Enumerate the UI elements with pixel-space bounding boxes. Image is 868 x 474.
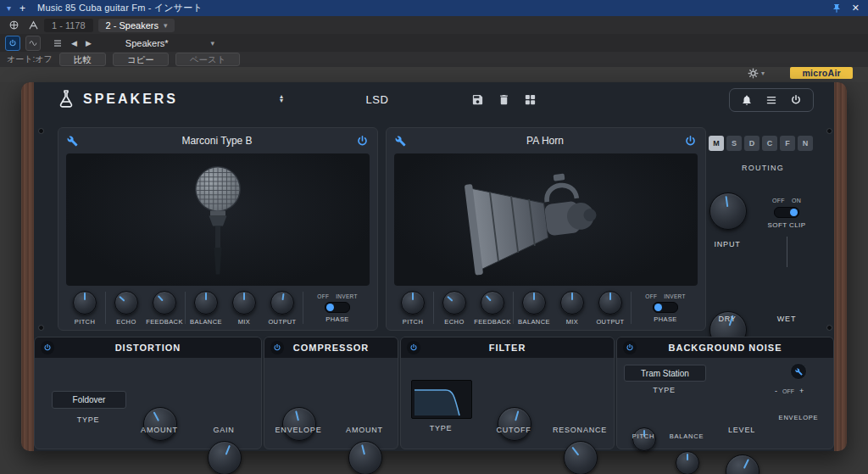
preset-next-button[interactable]: ▶ — [86, 39, 92, 47]
envelope-minus-button[interactable]: - — [775, 387, 777, 395]
distortion-power-button[interactable] — [41, 341, 54, 354]
tab-current-plugin[interactable]: 2 - Speakers ▾ — [98, 19, 175, 32]
add-button[interactable]: + — [19, 3, 25, 14]
routing-button-d[interactable]: D — [744, 136, 760, 151]
filter-resonance-knob[interactable] — [564, 441, 598, 474]
output-knob[interactable] — [598, 291, 622, 315]
knob-label: OUTPUT — [268, 318, 296, 326]
speaker-title: PA Horn — [406, 135, 684, 147]
routing-button-m[interactable]: M — [709, 136, 724, 151]
feedback-knob[interactable] — [481, 291, 504, 315]
distortion-gain-knob[interactable] — [208, 441, 242, 474]
divider — [303, 292, 303, 324]
routing-button-s[interactable]: S — [726, 136, 742, 151]
screw-icon — [826, 128, 832, 134]
automation-mode[interactable]: オート:オフ — [7, 53, 53, 65]
mix-knob[interactable] — [232, 291, 256, 315]
speaker-module-2: PA Horn — [386, 127, 706, 331]
phase-toggle[interactable] — [653, 302, 678, 313]
echo-knob[interactable] — [114, 291, 138, 315]
input-label: INPUT — [706, 240, 748, 248]
divider — [631, 292, 632, 324]
compare-button[interactable]: 比較 — [59, 53, 106, 66]
compressor-envelope-knob[interactable] — [282, 407, 316, 441]
save-preset-icon[interactable] — [471, 93, 484, 106]
plugin-power-icon[interactable] — [790, 94, 802, 106]
wet-label: WET — [765, 315, 808, 323]
paste-button[interactable]: ペースト — [175, 53, 241, 66]
pin-icon[interactable] — [832, 3, 842, 14]
knob-label: ECHO — [116, 318, 136, 326]
notifications-bell-icon[interactable] — [741, 94, 753, 106]
pitch-knob[interactable] — [401, 291, 425, 315]
soft-clip-toggle[interactable] — [774, 207, 799, 218]
preset-spinner[interactable]: ▴ ▾ — [280, 95, 283, 103]
knob-label: BALANCE — [518, 318, 550, 326]
random-preset-icon[interactable] — [524, 93, 537, 106]
menu-icon[interactable] — [765, 94, 777, 106]
link-icon[interactable] — [8, 20, 19, 31]
preset-selector-label: Speakers* — [125, 38, 169, 48]
knob-row: PITCH ECHO FEEDBACK BALANCE MIX OUTPUT O… — [387, 286, 705, 330]
close-button[interactable]: ✕ — [852, 3, 860, 14]
noise-type-select[interactable]: Tram Station — [624, 365, 706, 382]
echo-knob[interactable] — [442, 291, 466, 315]
filter-cutoff-knob[interactable] — [498, 407, 531, 441]
preset-name-field[interactable]: LSD — [297, 93, 458, 106]
chevron-down-icon: ▾ — [164, 21, 168, 30]
routing-button-f[interactable]: F — [780, 136, 795, 151]
balance-knob[interactable] — [522, 291, 546, 315]
distortion-type-select[interactable]: Foldover — [52, 391, 126, 409]
preset-selector[interactable]: Speakers* ▾ — [125, 38, 214, 48]
divider — [433, 292, 434, 324]
knob-label: MIX — [238, 318, 251, 326]
window-title: Music 85 Cuba guitar Fm - インサート — [37, 2, 203, 14]
output-knob[interactable] — [270, 291, 294, 315]
phase-toggle[interactable] — [325, 302, 350, 313]
phase-off-label: OFF — [645, 293, 657, 299]
distortion-gain-label: GAIN — [198, 426, 249, 434]
compressor-title: COMPRESSOR — [293, 343, 369, 353]
preset-prev-button[interactable]: ◀ — [71, 39, 77, 47]
preset-list-icon[interactable] — [53, 38, 63, 48]
tab-prev-plugin[interactable]: 1 - 1178 — [44, 19, 93, 32]
screw-icon — [38, 128, 44, 134]
module-power-icon[interactable] — [356, 135, 369, 148]
compressor-envelope-label: ENVELOPE — [271, 426, 326, 434]
collapse-chevron-icon[interactable]: ▾ — [7, 3, 11, 13]
filter-type-display[interactable] — [411, 380, 472, 419]
plugin-header: SPEAKERS ▴ ▾ LSD — [34, 82, 834, 116]
pitch-knob[interactable] — [73, 291, 97, 315]
plugin-window-toolbar: 1 - 1178 2 - Speakers ▾ — [0, 16, 868, 35]
mix-knob[interactable] — [560, 291, 584, 315]
filter-power-button[interactable] — [407, 341, 420, 354]
sidechain-button[interactable] — [25, 36, 41, 51]
input-knob[interactable] — [709, 192, 747, 230]
distortion-amount-knob[interactable] — [143, 407, 177, 441]
hierarchy-icon[interactable] — [28, 20, 39, 31]
compressor-power-button[interactable] — [270, 341, 284, 354]
softclip-off-label: OFF — [772, 198, 785, 204]
noise-settings-wrench-icon[interactable] — [790, 363, 807, 380]
routing-label: ROUTING — [706, 164, 820, 172]
compressor-amount-knob[interactable] — [348, 441, 382, 474]
routing-button-c[interactable]: C — [762, 136, 777, 151]
noise-level-knob[interactable] — [726, 454, 760, 474]
noise-power-button[interactable] — [623, 341, 637, 354]
delete-preset-icon[interactable] — [498, 93, 510, 106]
module-power-icon[interactable] — [684, 135, 697, 148]
noise-balance-knob[interactable] — [676, 451, 699, 474]
plugin-bypass-button[interactable] — [5, 36, 20, 51]
balance-knob[interactable] — [194, 291, 218, 315]
settings-button[interactable]: ▾ — [748, 68, 765, 79]
chevron-down-icon: ▾ — [211, 39, 215, 47]
spinner-down-icon[interactable]: ▾ — [280, 99, 283, 103]
compressor-amount-label: AMOUNT — [339, 426, 390, 434]
routing-button-n[interactable]: N — [798, 136, 813, 151]
wrench-icon[interactable] — [395, 136, 406, 147]
feedback-knob[interactable] — [153, 291, 176, 315]
wrench-icon[interactable] — [67, 136, 78, 147]
copy-button[interactable]: コピー — [113, 53, 169, 66]
phase-label: PHASE — [654, 315, 676, 323]
envelope-plus-button[interactable]: + — [799, 387, 804, 395]
